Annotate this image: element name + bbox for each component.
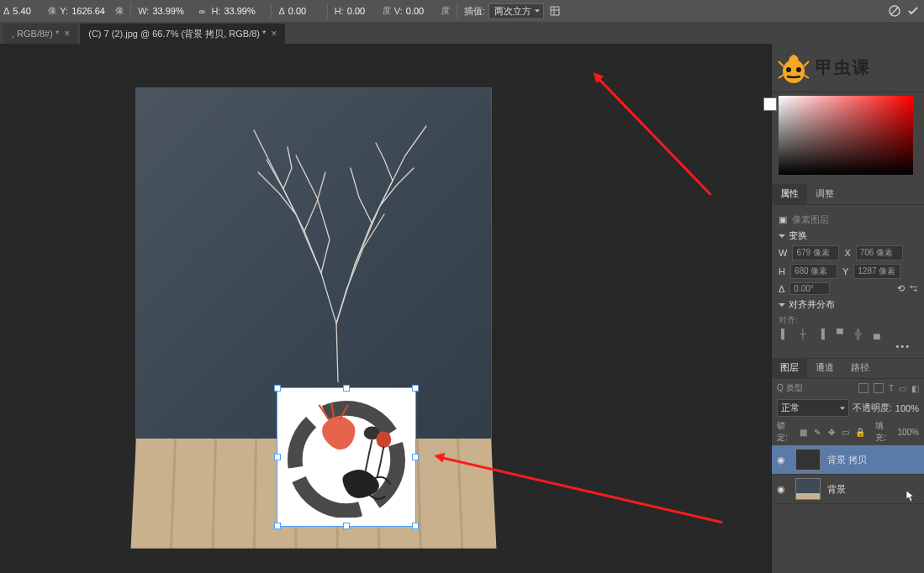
angle-value[interactable]: 0.00: [288, 6, 320, 16]
handle-n[interactable]: [343, 385, 350, 392]
tab-channels[interactable]: 通道: [807, 358, 842, 379]
ref-y-label: Y:: [60, 6, 68, 16]
prop-w-value[interactable]: 679 像素: [792, 245, 839, 260]
align-right-icon[interactable]: ▐: [816, 328, 827, 339]
blend-mode-dropdown[interactable]: 正常: [777, 399, 849, 417]
ref-y-value[interactable]: 1626.64: [71, 6, 112, 16]
handle-w[interactable]: [274, 454, 281, 460]
layer-row-1[interactable]: ◉ 背景 拷贝: [772, 445, 924, 475]
free-transform-box[interactable]: [277, 387, 416, 527]
tab-properties[interactable]: 属性: [772, 184, 807, 205]
width-value[interactable]: 33.99%: [152, 6, 193, 16]
filter-adjust-icon[interactable]: [874, 383, 884, 393]
document-tab-1[interactable]: , RGB/8#) * ×: [3, 24, 78, 44]
interp-dropdown[interactable]: 两次立方: [488, 3, 544, 19]
properties-tabs: 属性 调整: [772, 185, 924, 205]
image-icon: ▣: [779, 214, 787, 225]
filter-pixel-icon[interactable]: [858, 383, 869, 393]
vshear-unit: 度: [441, 5, 450, 17]
cancel-transform-icon[interactable]: [887, 3, 902, 18]
align-section-header[interactable]: 对齐并分布: [779, 298, 917, 311]
lock-row: 锁定: ▦ ✎ ✥ ▭ 🔒 填充: 100%: [772, 418, 924, 445]
fill-value[interactable]: 100%: [897, 428, 919, 437]
document-tabs: , RGB/8#) * × (C) 7 (2).jpg @ 66.7% (背景 …: [0, 22, 924, 44]
layers-panel-tabs: 图层 通道 路径: [772, 359, 924, 379]
foreground-swatch[interactable]: [763, 97, 777, 111]
layer-name[interactable]: 背景: [827, 483, 846, 496]
placed-image: [277, 388, 415, 526]
filter-kind-dropdown[interactable]: Q 类型: [777, 382, 803, 394]
align-vcenter-icon[interactable]: ╬: [853, 328, 864, 339]
svg-point-4: [377, 431, 392, 448]
hshear-value[interactable]: 0.00: [347, 6, 379, 16]
handle-e[interactable]: [412, 454, 419, 460]
align-to-label: 对齐:: [779, 314, 917, 326]
fill-label: 填充:: [875, 420, 892, 444]
commit-transform-icon[interactable]: [906, 3, 921, 18]
close-icon[interactable]: ×: [271, 28, 277, 39]
close-icon[interactable]: ×: [64, 28, 70, 39]
prop-angle-label: Δ: [779, 284, 784, 294]
visibility-icon[interactable]: ◉: [777, 455, 789, 465]
right-panels: 甲虫课 属性 调整 ▣像素图层 变换 W 679 像素 X 706 像素 H 6…: [771, 44, 924, 573]
interp-label: 插值:: [464, 5, 485, 18]
prop-y-value[interactable]: 1287 像素: [853, 264, 900, 279]
prop-angle-value[interactable]: 0.00°: [789, 282, 830, 295]
tab-adjustments[interactable]: 调整: [807, 184, 842, 205]
align-top-icon[interactable]: ▀: [834, 328, 846, 339]
ref-x-unit: 像: [48, 5, 56, 17]
blend-row: 正常 不透明度: 100%: [772, 397, 924, 418]
visibility-icon[interactable]: ◉: [777, 484, 789, 495]
warp-icon[interactable]: [547, 3, 562, 18]
handle-ne[interactable]: [412, 385, 419, 392]
align-left-icon[interactable]: ▌: [779, 328, 790, 339]
beetle-logo-icon: [777, 51, 810, 85]
layer-thumbnail[interactable]: [795, 449, 821, 470]
align-bottom-icon[interactable]: ▄: [871, 328, 883, 339]
lock-all-icon[interactable]: 🔒: [855, 427, 865, 437]
ref-y-unit: 像: [115, 5, 124, 17]
opacity-value[interactable]: 100%: [895, 403, 919, 413]
opacity-label: 不透明度:: [853, 402, 892, 414]
layer-thumbnail[interactable]: [795, 478, 821, 500]
flip-v-icon[interactable]: ⥃: [910, 283, 917, 294]
lock-label: 锁定:: [777, 420, 794, 444]
color-field[interactable]: [779, 96, 913, 175]
layer-name[interactable]: 背景 拷贝: [827, 454, 867, 466]
filter-type-icon[interactable]: T: [889, 384, 894, 393]
transform-section-header[interactable]: 变换: [779, 229, 917, 242]
prop-x-value[interactable]: 706 像素: [856, 245, 903, 260]
prop-h-value[interactable]: 680 像素: [790, 264, 837, 279]
prop-y-label: Y: [842, 266, 848, 276]
pixel-layer-label: 像素图层: [792, 213, 829, 226]
tab-label: (C) 7 (2).jpg @ 66.7% (背景 拷贝, RGB/8) *: [88, 28, 266, 40]
ref-x-value[interactable]: 5.40: [13, 6, 45, 16]
handle-nw[interactable]: [274, 385, 281, 392]
tab-paths[interactable]: 路径: [842, 358, 878, 379]
vshear-value[interactable]: 0.00: [406, 6, 438, 16]
layer-row-2[interactable]: ◉ 背景: [772, 475, 924, 504]
link-wh-icon[interactable]: ∞: [196, 5, 208, 17]
height-label: H:: [211, 6, 220, 16]
align-hcenter-icon[interactable]: ┼: [797, 328, 809, 339]
annotation-arrow-2: [594, 74, 712, 196]
handle-sw[interactable]: [274, 523, 281, 529]
tab-layers[interactable]: 图层: [772, 358, 807, 379]
ref-x-label: Δ: [3, 6, 9, 16]
more-options-icon[interactable]: •••: [779, 339, 917, 353]
color-picker-panel[interactable]: [772, 92, 924, 185]
lock-pos-icon[interactable]: ✥: [827, 427, 837, 437]
align-icons-row: ▌ ┼ ▐ ▀ ╬ ▄: [779, 328, 917, 339]
document-tab-2[interactable]: (C) 7 (2).jpg @ 66.7% (背景 拷贝, RGB/8) * ×: [80, 24, 285, 44]
filter-smart-icon[interactable]: ◧: [911, 384, 919, 393]
width-label: W:: [138, 6, 149, 16]
canvas-area[interactable]: [0, 44, 771, 573]
handle-se[interactable]: [412, 523, 419, 529]
lock-paint-icon[interactable]: ✎: [813, 427, 822, 437]
height-value[interactable]: 33.99%: [224, 6, 264, 16]
lock-trans-icon[interactable]: ▦: [799, 427, 808, 437]
lock-nest-icon[interactable]: ▭: [841, 427, 850, 437]
handle-s[interactable]: [343, 523, 350, 529]
filter-shape-icon[interactable]: ▭: [899, 384, 906, 393]
flip-h-icon[interactable]: ⟲: [897, 283, 905, 294]
